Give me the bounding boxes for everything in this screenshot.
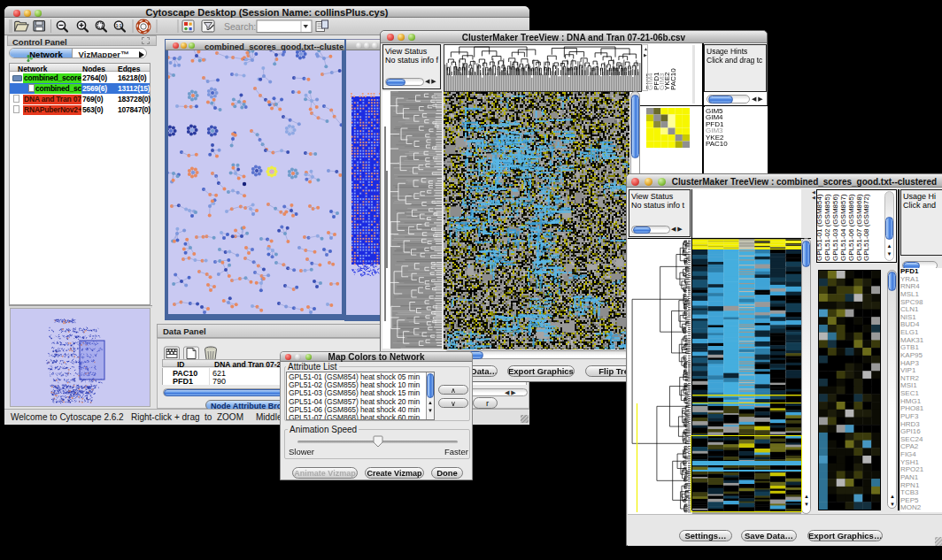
svg-text:1:1: 1:1 xyxy=(116,24,122,28)
svg-text:Search:: Search: xyxy=(224,21,256,32)
